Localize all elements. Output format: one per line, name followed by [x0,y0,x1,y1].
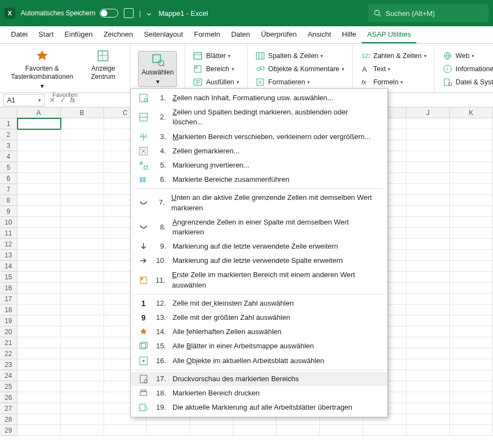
cell[interactable] [406,381,450,392]
cell[interactable] [104,425,147,436]
cell[interactable] [61,337,104,348]
cell[interactable] [450,250,493,261]
ribbon-tab-start[interactable]: Start [33,27,59,43]
ribbon-cmd-datei-system[interactable]: Datei & System▾ [443,77,493,87]
ribbon-cmd-bereich[interactable]: Bereich▾ [193,64,239,74]
cell[interactable] [406,283,450,294]
cell[interactable] [61,151,104,162]
cell[interactable] [450,283,493,294]
cell[interactable] [61,348,104,359]
cell[interactable] [18,337,61,348]
cell[interactable] [406,414,450,425]
cell[interactable] [61,425,104,436]
ribbon-tab-asap-utilities[interactable]: ASAP Utilities [362,27,416,43]
cell[interactable] [18,184,61,195]
col-header[interactable]: J [406,107,450,118]
cell[interactable] [18,414,61,425]
cell[interactable] [18,359,61,370]
menu-item-4[interactable]: 4.Zellen demarkieren... [131,144,387,158]
qat-customize-icon[interactable] [146,10,152,16]
cell[interactable] [406,305,450,315]
menu-item-19[interactable]: 19.Die aktuelle Markierung auf alle Arbe… [131,400,387,415]
cell[interactable] [61,381,104,392]
menu-item-1[interactable]: 1.Zellen nach Inhalt, Formatierung usw. … [131,91,387,105]
cell[interactable] [18,283,61,294]
cell[interactable] [450,195,493,206]
cell[interactable] [18,392,61,403]
cell[interactable] [406,239,450,250]
cell[interactable] [450,162,493,173]
row-header[interactable]: 27 [0,403,18,414]
row-header[interactable]: 20 [0,326,18,337]
cell[interactable] [61,206,104,217]
cell[interactable] [406,250,450,261]
cell[interactable] [61,129,104,140]
ribbon-tab-überprüfen[interactable]: Überprüfen [256,27,302,43]
row-header[interactable]: 6 [0,173,18,184]
cell[interactable] [450,392,493,403]
cell[interactable] [147,425,190,436]
cell[interactable] [18,305,61,315]
menu-item-12[interactable]: 112.Zelle mit der kleinsten Zahl auswähl… [131,296,387,311]
menu-item-8[interactable]: 8.Angrenzende Zellen in einer Spalte mit… [131,215,387,239]
menu-item-2[interactable]: 2.Zeilen und Spalten bedingt markieren, … [131,105,387,129]
cell[interactable] [450,228,493,239]
cell[interactable] [406,359,450,370]
cell[interactable] [450,326,493,337]
fx-icon[interactable]: fx [70,96,75,104]
cell[interactable] [18,370,61,381]
cell[interactable] [233,425,277,436]
ribbon-tab-einfügen[interactable]: Einfügen [59,27,98,43]
ribbon-cmd-formeln[interactable]: fxFormeln▾ [360,77,427,87]
row-header[interactable]: 22 [0,348,18,359]
ribbon-tab-datei[interactable]: Datei [5,27,33,43]
cell[interactable] [61,392,104,403]
cell[interactable] [61,414,104,425]
row-header[interactable]: 8 [0,195,18,206]
cell[interactable] [450,414,493,425]
cell[interactable] [61,195,104,206]
cell[interactable] [406,425,450,436]
menu-item-13[interactable]: 913.Zelle mit der größten Zahl auswählen [131,311,387,325]
row-header[interactable]: 29 [0,425,18,436]
cell[interactable] [18,195,61,206]
ribbon-tab-seitenlayout[interactable]: Seitenlayout [139,27,189,43]
cell[interactable] [450,337,493,348]
cell[interactable] [61,173,104,184]
row-header[interactable]: 26 [0,392,18,403]
menu-item-9[interactable]: 9.Markierung auf die letzte verwendete Z… [131,239,387,254]
cell[interactable] [450,294,493,305]
cell[interactable] [61,403,104,414]
cell[interactable] [18,348,61,359]
cell[interactable] [18,173,61,184]
menu-item-18[interactable]: 18.Markierten Bereich drucken [131,386,387,400]
cell[interactable] [61,184,104,195]
cell[interactable] [18,425,61,436]
cell[interactable] [18,381,61,392]
cell[interactable] [450,425,493,436]
favorites-button[interactable]: Favoriten & Tastenkombinationen ▾ [8,47,76,91]
cell[interactable] [406,217,450,228]
cell[interactable] [61,250,104,261]
cell[interactable] [450,206,493,217]
cell[interactable] [450,381,493,392]
cell[interactable] [406,195,450,206]
cell[interactable] [450,184,493,195]
cell[interactable] [450,315,493,326]
cell[interactable] [363,425,406,436]
row-header[interactable]: 15 [0,272,18,283]
toggle-icon[interactable] [100,9,118,18]
cell[interactable] [450,261,493,272]
row-header[interactable]: 25 [0,381,18,392]
cell[interactable] [18,228,61,239]
cell[interactable] [18,151,61,162]
menu-item-15[interactable]: 15.Alle Blätter in einer Arbeitsmappe au… [131,339,387,353]
ribbon-cmd-zahlen-zeiten[interactable]: 123Zahlen & Zeiten▾ [360,51,427,61]
search-input[interactable]: Suchen (Alt+M) [368,4,489,22]
ribbon-tab-ansicht[interactable]: Ansicht [302,27,337,43]
row-header[interactable]: 1 [0,118,18,129]
row-header[interactable]: 19 [0,315,18,326]
row-header[interactable]: 2 [0,129,18,140]
cell[interactable] [18,326,61,337]
ribbon-cmd-bl-tter[interactable]: Blätter▾ [193,51,239,61]
